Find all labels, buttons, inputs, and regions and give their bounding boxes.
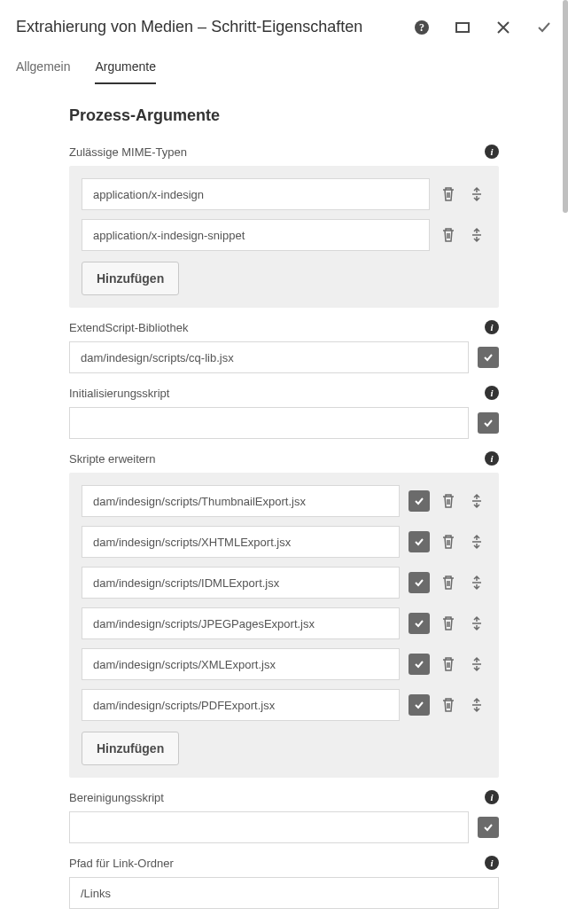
link-folder-input[interactable]	[69, 877, 499, 909]
tab-bar: Allgemein Argumente	[0, 51, 568, 85]
list-item	[82, 689, 486, 721]
content-area: Prozess-Argumente Zulässige MIME-Typen i…	[0, 85, 568, 909]
checkbox-icon[interactable]	[478, 817, 499, 838]
mime-panel: Hinzufügen	[69, 166, 499, 308]
svg-text:?: ?	[419, 21, 424, 34]
checkbox-icon[interactable]	[408, 654, 430, 675]
reorder-icon[interactable]	[467, 491, 486, 511]
extend-scripts-label: Skripte erweitern	[69, 452, 156, 466]
section-title: Prozess-Argumente	[69, 106, 499, 125]
delete-icon[interactable]	[439, 573, 458, 592]
checkbox-icon[interactable]	[478, 347, 499, 368]
help-icon[interactable]: ?	[414, 20, 430, 35]
list-item	[82, 526, 486, 558]
checkbox-icon[interactable]	[408, 531, 430, 552]
fullscreen-icon[interactable]	[455, 20, 471, 35]
tab-general[interactable]: Allgemein	[16, 51, 70, 84]
reorder-icon[interactable]	[467, 614, 486, 633]
info-icon[interactable]: i	[485, 320, 499, 334]
checkbox-icon[interactable]	[478, 412, 499, 434]
mime-input[interactable]	[82, 219, 430, 251]
reorder-icon[interactable]	[467, 225, 486, 245]
script-input[interactable]	[82, 567, 400, 599]
checkbox-icon[interactable]	[408, 490, 430, 512]
extendscript-label: ExtendScript-Bibliothek	[69, 321, 188, 334]
link-folder-label: Pfad für Link-Ordner	[69, 857, 174, 870]
delete-icon[interactable]	[439, 225, 458, 245]
delete-icon[interactable]	[439, 491, 458, 511]
init-input[interactable]	[69, 407, 469, 439]
list-item	[82, 567, 486, 599]
list-item	[82, 648, 486, 680]
delete-icon[interactable]	[439, 614, 458, 633]
info-icon[interactable]: i	[485, 145, 499, 159]
info-icon[interactable]: i	[485, 386, 499, 400]
dialog-header: Extrahierung von Medien – Schritt-Eigens…	[0, 0, 568, 51]
checkbox-icon[interactable]	[408, 572, 430, 593]
script-input[interactable]	[82, 526, 400, 558]
mime-label: Zulässige MIME-Typen	[69, 145, 187, 159]
reorder-icon[interactable]	[467, 184, 486, 204]
tab-arguments[interactable]: Argumente	[95, 51, 155, 84]
extend-scripts-panel: Hinzufügen	[69, 473, 499, 778]
list-item	[82, 607, 486, 639]
dialog-title: Extrahierung von Medien – Schritt-Eigens…	[16, 18, 414, 36]
svg-rect-2	[456, 23, 469, 32]
script-input[interactable]	[82, 689, 400, 721]
script-input[interactable]	[82, 648, 400, 680]
header-actions: ?	[414, 20, 552, 35]
list-item	[82, 178, 486, 210]
reorder-icon[interactable]	[467, 654, 486, 674]
mime-input[interactable]	[82, 178, 430, 210]
reorder-icon[interactable]	[467, 573, 486, 592]
script-input[interactable]	[82, 607, 400, 639]
delete-icon[interactable]	[439, 654, 458, 674]
close-icon[interactable]	[495, 20, 511, 35]
list-item	[82, 485, 486, 517]
scrollbar[interactable]	[563, 0, 568, 213]
add-button[interactable]: Hinzufügen	[82, 732, 179, 765]
cleanup-input[interactable]	[69, 811, 469, 843]
checkbox-icon[interactable]	[408, 613, 430, 634]
init-label: Initialisierungsskript	[69, 387, 169, 400]
reorder-icon[interactable]	[467, 695, 486, 715]
add-button[interactable]: Hinzufügen	[82, 262, 179, 295]
info-icon[interactable]: i	[485, 856, 499, 870]
delete-icon[interactable]	[439, 695, 458, 715]
script-input[interactable]	[82, 485, 400, 517]
list-item	[82, 219, 486, 251]
reorder-icon[interactable]	[467, 532, 486, 552]
info-icon[interactable]: i	[485, 790, 499, 804]
extendscript-input[interactable]	[69, 341, 469, 373]
confirm-icon[interactable]	[536, 20, 552, 35]
cleanup-label: Bereinigungsskript	[69, 791, 164, 804]
checkbox-icon[interactable]	[408, 694, 430, 716]
delete-icon[interactable]	[439, 184, 458, 204]
info-icon[interactable]: i	[485, 451, 499, 466]
delete-icon[interactable]	[439, 532, 458, 552]
